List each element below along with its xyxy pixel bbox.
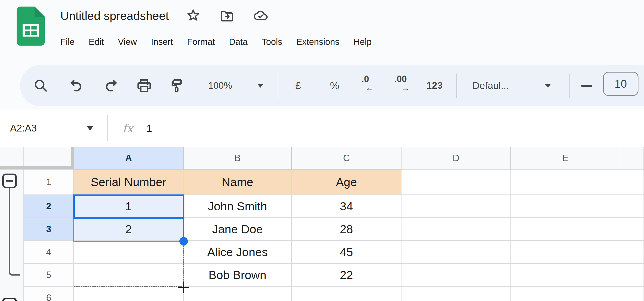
increase-decimals-label: .00 xyxy=(387,74,414,84)
cell-partial-3[interactable] xyxy=(620,218,644,241)
fill-handle[interactable] xyxy=(179,237,188,246)
title-row: Untitled spreadsheet xyxy=(60,4,270,28)
corner-edge-strip xyxy=(0,166,74,170)
column-header-E[interactable]: E xyxy=(511,147,620,170)
collapse-group-button[interactable] xyxy=(2,174,17,188)
cell-B6[interactable] xyxy=(184,287,292,301)
menu-extensions[interactable]: Extensions xyxy=(289,33,346,51)
menu-view[interactable]: View xyxy=(111,33,144,51)
cell-partial-1[interactable] xyxy=(620,170,644,195)
cell-B5[interactable]: Bob Brown xyxy=(184,264,292,287)
menu-tools[interactable]: Tools xyxy=(255,33,289,51)
cell-D1[interactable] xyxy=(401,170,511,195)
toolbar-strip: 100% £ % .0 ← .00 → 123 Defaul... 10 xyxy=(0,60,644,110)
cell-E1[interactable] xyxy=(511,170,620,195)
app-header: Untitled spreadsheet FileEditViewInsertF… xyxy=(0,0,644,60)
cell-partial-6[interactable] xyxy=(620,287,644,301)
row-header-1[interactable]: 1 xyxy=(24,170,74,195)
cloud-saved-icon xyxy=(251,6,270,25)
right-arrow-icon: → xyxy=(387,84,414,92)
cell-C4[interactable]: 45 xyxy=(292,241,401,264)
row-header-4[interactable]: 4 xyxy=(24,241,74,264)
cell-B1[interactable]: Name xyxy=(184,170,292,195)
cell-E2[interactable] xyxy=(511,195,620,218)
cell-D2[interactable] xyxy=(401,195,511,218)
collapse-group-button-partial[interactable] xyxy=(2,298,17,301)
menu-data[interactable]: Data xyxy=(222,33,255,51)
cell-D3[interactable] xyxy=(401,218,511,241)
formula-input[interactable]: 1 xyxy=(146,110,152,147)
row-header-6[interactable]: 6 xyxy=(24,287,74,301)
zoom-caret-icon[interactable] xyxy=(257,84,264,88)
group-range-bracket xyxy=(9,188,20,276)
row-header-5[interactable]: 5 xyxy=(24,264,74,287)
font-select[interactable]: Defaul... xyxy=(472,65,533,106)
column-header-B[interactable]: B xyxy=(184,147,292,170)
move-folder-icon[interactable] xyxy=(218,6,236,25)
column-header-C[interactable]: C xyxy=(292,147,401,170)
toolbar-divider xyxy=(456,74,457,98)
star-icon[interactable] xyxy=(184,6,203,25)
cell-C5[interactable]: 22 xyxy=(292,264,401,287)
more-formats-button[interactable]: 123 xyxy=(417,65,452,106)
menu-help[interactable]: Help xyxy=(346,33,379,51)
paint-format-icon[interactable] xyxy=(167,78,183,94)
name-box-caret-icon[interactable] xyxy=(87,126,93,130)
cell-E3[interactable] xyxy=(511,218,620,241)
menu-edit[interactable]: Edit xyxy=(82,33,111,51)
menu-file[interactable]: File xyxy=(53,33,82,51)
document-title[interactable]: Untitled spreadsheet xyxy=(60,9,169,23)
cell-C3[interactable]: 28 xyxy=(292,218,401,241)
column-header-partial[interactable] xyxy=(620,147,644,170)
cell-E4[interactable] xyxy=(511,241,620,264)
increase-decimals-button[interactable]: .00 → xyxy=(387,74,414,92)
row-header-2[interactable]: 2 xyxy=(24,195,74,218)
toolbar-divider xyxy=(569,74,570,98)
formula-bar: A2:A3 fx 1 xyxy=(0,110,644,147)
cell-C2[interactable]: 34 xyxy=(292,195,401,218)
crosshair-cursor xyxy=(183,282,184,293)
cell-D6[interactable] xyxy=(401,287,511,301)
menu-insert[interactable]: Insert xyxy=(144,33,180,51)
cell-C6[interactable] xyxy=(292,287,401,301)
left-arrow-icon: ← xyxy=(351,84,379,92)
fill-preview-dashed-border xyxy=(74,241,184,287)
decrease-decimals-button[interactable]: .0 ← xyxy=(351,74,379,92)
column-header-D[interactable]: D xyxy=(401,147,511,170)
redo-icon[interactable] xyxy=(103,78,119,94)
search-icon[interactable] xyxy=(33,78,49,94)
cell-partial-5[interactable] xyxy=(620,264,644,287)
cell-E5[interactable] xyxy=(511,264,620,287)
cell-D5[interactable] xyxy=(401,264,511,287)
row-header-3[interactable]: 3 xyxy=(24,218,74,241)
name-box[interactable]: A2:A3 xyxy=(10,110,37,147)
column-header-A[interactable]: A xyxy=(74,147,184,170)
minus-icon xyxy=(6,180,13,182)
cell-A1[interactable]: Serial Number xyxy=(74,170,184,195)
font-size-input[interactable]: 10 xyxy=(603,72,638,96)
cell-B3[interactable]: Jane Doe xyxy=(184,218,292,241)
cell-E6[interactable] xyxy=(511,287,620,301)
zoom-value: 100% xyxy=(208,80,232,91)
decrease-font-size-button[interactable] xyxy=(581,85,592,87)
menu-format[interactable]: Format xyxy=(180,33,222,51)
spreadsheet-grid: ABCDE1Serial NumberNameAge21John Smith34… xyxy=(0,147,644,301)
cell-partial-4[interactable] xyxy=(620,241,644,264)
formula-bar-divider xyxy=(107,115,108,141)
cell-D4[interactable] xyxy=(401,241,511,264)
print-icon[interactable] xyxy=(136,78,152,94)
fx-icon: fx xyxy=(123,110,133,147)
percent-format-button[interactable]: % xyxy=(325,65,345,106)
cell-C1[interactable]: Age xyxy=(292,170,401,195)
cell-A6[interactable] xyxy=(74,287,184,301)
cell-B2[interactable]: John Smith xyxy=(184,195,292,218)
zoom-select[interactable]: 100% xyxy=(200,65,240,106)
cell-partial-2[interactable] xyxy=(620,195,644,218)
currency-format-button[interactable]: £ xyxy=(288,65,308,106)
active-cell-border xyxy=(73,194,184,219)
cell-B4[interactable]: Alice Jones xyxy=(184,241,292,264)
font-caret-icon[interactable] xyxy=(545,84,551,88)
undo-icon[interactable] xyxy=(68,78,84,94)
toolbar: 100% £ % .0 ← .00 → 123 Defaul... 10 xyxy=(20,65,644,106)
sheets-logo[interactable] xyxy=(17,7,45,45)
